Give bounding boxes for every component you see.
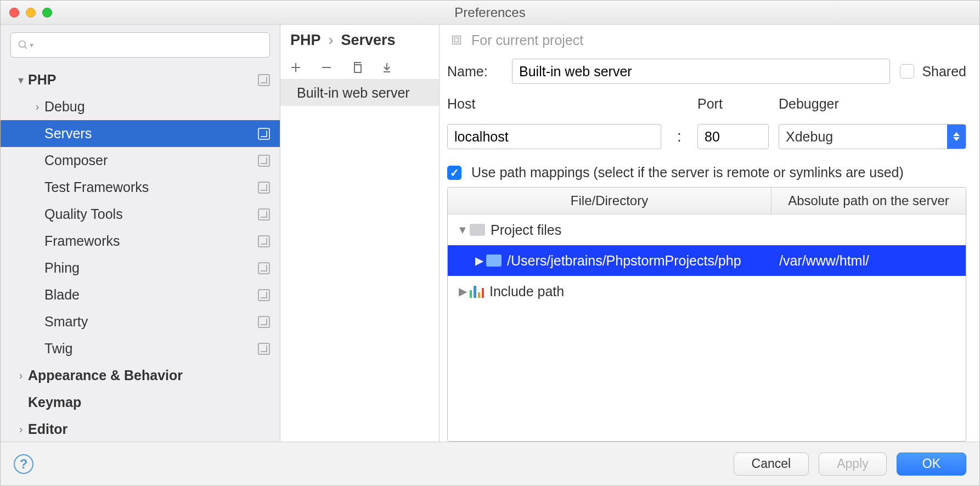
project-scope-icon [258,128,270,140]
project-scope-icon [258,74,270,86]
project-scope-icon [258,155,270,167]
project-scope-icon [258,235,270,247]
sidebar-item-label: Blade [44,287,258,303]
path-mapping-table: File/Directory Absolute path on the serv… [447,187,966,442]
server-details-panel: For current project Name: Shared Host Po… [440,25,979,442]
server-list-item[interactable]: Built-in web server [280,80,439,106]
project-scope-icon [258,289,270,301]
chevron-right-icon: › [14,423,28,436]
path-cell-label: Include path [489,284,564,299]
chevron-down-icon: ▼ [455,224,470,236]
sidebar-item-test-frameworks[interactable]: ›Test Frameworks [1,174,280,201]
server-name-field[interactable] [512,59,890,84]
sidebar-item-twig[interactable]: ›Twig [1,335,280,362]
apply-button[interactable]: Apply [819,453,887,476]
path-mapping-body: ▼Project files▶/Users/jetbrains/Phpstorm… [448,214,966,441]
debugger-select-value: Xdebug [786,129,833,145]
sidebar-item-label: Phing [44,260,258,276]
svg-point-0 [19,41,26,48]
svg-line-1 [25,47,27,49]
svg-rect-7 [454,38,458,42]
breadcrumb-leaf: Servers [341,32,396,49]
sidebar-item-editor[interactable]: ›Editor [1,416,280,442]
help-button[interactable]: ? [14,454,33,474]
import-server-button[interactable] [380,60,396,75]
shared-checkbox[interactable] [900,64,914,78]
sidebar-item-label: Composer [44,152,258,168]
project-scope-icon [258,208,270,221]
breadcrumb-root[interactable]: PHP [290,32,321,49]
chevron-down-icon: ▾ [14,74,28,87]
sidebar-item-label: Editor [28,421,270,437]
titlebar: Preferences [1,1,979,25]
server-list-item-label: Built-in web server [297,85,410,101]
breadcrumb: PHP › Servers [280,25,439,55]
sidebar-item-php[interactable]: ▾PHP [1,66,280,93]
column-header-server-path[interactable]: Absolute path on the server [771,188,966,214]
cancel-button[interactable]: Cancel [734,453,809,476]
use-path-mappings-checkbox[interactable] [447,166,461,180]
sidebar-item-servers[interactable]: ›Servers [1,120,280,147]
sidebar-item-debug[interactable]: ›Debug [1,93,280,120]
shared-label: Shared [922,64,966,80]
chevron-right-icon: ▶ [472,254,486,267]
add-server-button[interactable] [288,60,303,75]
sidebar-item-blade[interactable]: ›Blade [1,281,280,308]
dropdown-caret-icon: ▾ [30,41,33,49]
folder-icon [470,224,485,236]
table-row[interactable]: ▼Project files [448,214,966,245]
chevron-right-icon: › [30,100,44,113]
chevron-updown-icon [947,125,966,149]
sidebar-item-label: Debug [44,99,270,115]
table-row[interactable]: ▶Include path [448,276,966,307]
sidebar-item-phing[interactable]: ›Phing [1,255,280,281]
sidebar-item-composer[interactable]: ›Composer [1,147,280,174]
sidebar-item-label: PHP [28,72,258,88]
sidebar-item-smarty[interactable]: ›Smarty [1,308,280,335]
sidebar-item-label: Test Frameworks [44,179,258,195]
sidebar-item-label: Twig [44,341,258,357]
host-label: Host [447,96,661,112]
host-field[interactable] [447,124,661,149]
project-scope-icon [258,182,270,194]
table-row[interactable]: ▶/Users/jetbrains/PhpstormProjects/php/v… [448,245,966,276]
debugger-label: Debugger [779,96,966,112]
sidebar-item-appearance-behavior[interactable]: ›Appearance & Behavior [1,362,280,389]
preferences-sidebar: ▾ ▾PHP›Debug›Servers›Composer›Test Frame… [1,25,280,442]
sidebar-item-frameworks[interactable]: ›Frameworks [1,228,280,255]
port-field[interactable] [697,124,769,149]
folder-icon [486,255,502,267]
library-icon [470,285,484,298]
sidebar-item-label: Servers [44,126,258,142]
project-scope-icon [258,316,270,328]
host-port-separator: : [671,128,688,145]
copy-server-button[interactable] [350,60,365,75]
servers-toolbar [280,55,439,80]
sidebar-item-quality-tools[interactable]: ›Quality Tools [1,201,280,228]
project-scope-icon [258,262,270,274]
ok-button[interactable]: OK [897,453,966,476]
column-header-file[interactable]: File/Directory [448,188,771,214]
sidebar-item-label: Frameworks [44,233,258,249]
chevron-right-icon: › [14,369,28,382]
servers-list-panel: PHP › Servers Built-in web server [280,25,440,442]
scope-banner-label: For current project [471,32,583,48]
chevron-right-icon: › [329,32,334,49]
preferences-tree: ▾PHP›Debug›Servers›Composer›Test Framewo… [1,63,280,442]
svg-rect-5 [354,65,361,72]
search-icon [18,39,29,50]
debugger-select[interactable]: Xdebug [779,124,966,149]
preferences-window: Preferences ▾ ▾PHP›Debug›Servers›Compose… [0,0,980,486]
project-scope-icon [450,34,463,46]
dialog-footer: ? Cancel Apply OK [1,442,979,485]
servers-list: Built-in web server [280,80,439,442]
path-cell-label: /Users/jetbrains/PhpstormProjects/php [507,253,741,269]
sidebar-item-keymap[interactable]: ›Keymap [1,389,280,416]
use-path-mappings-label: Use path mappings (select if the server … [471,165,904,180]
scope-banner: For current project [440,25,979,55]
search-input[interactable]: ▾ [10,32,270,58]
remove-server-button[interactable] [319,60,334,75]
project-scope-icon [258,343,270,355]
svg-rect-6 [453,36,461,44]
path-cell-label: Project files [491,222,561,238]
